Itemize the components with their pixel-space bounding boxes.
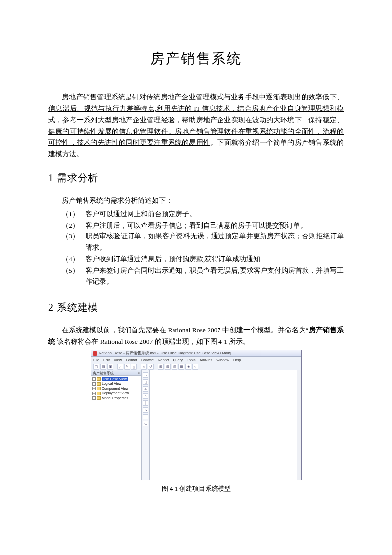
folder-icon [97,396,101,400]
rational-rose-window: Rational Rose - 房产销售系统.mdl - [Use Case D… [91,350,302,480]
section-2-heading: 2 系统建模 [48,301,344,314]
menu-window[interactable]: Window [216,358,229,362]
close-icon[interactable]: × [138,370,140,376]
expand-icon[interactable]: + [92,392,96,395]
toolbar-button[interactable]: ↺ [148,364,154,370]
folder-icon [97,387,101,390]
item-text: 职员审核验证订单，如果客户资料无误，通过预定单并更新房产状态；否则拒绝订单请求。 [86,231,344,254]
list-item: （1） 客户可以通过网上和前台预定房子。 [62,209,344,220]
app-icon [93,351,97,356]
menu-tools[interactable]: Tools [187,358,196,362]
palette-button[interactable]: ▭ [143,372,148,378]
figure-caption: 图 4-1 创建项目系统模型 [91,484,302,493]
tree-item-label: Logical View [102,381,121,386]
tree-header-label: 房产销售系统 [93,370,114,376]
item-number: （3） [62,231,86,254]
tree-item-label: Use Case View [102,377,128,381]
tree-header: 房产销售系统 × [91,370,141,376]
menu-addins[interactable]: Add-Ins [199,358,212,362]
expand-icon[interactable]: + [92,382,96,386]
folder-icon [97,377,101,381]
section-1-heading: 1 需求分析 [48,171,344,185]
toolbar: ▢ ▤ ▣ ⌕ ✎ ⎘ ⎌ ↺ ⊞ ⊟ ◫ ▦ ◈ ? [91,363,301,370]
toolbar-button[interactable]: ▢ [93,364,99,370]
toolbar-button[interactable]: ▤ [100,364,106,370]
list-item: （2） 客户注册后，可以查看房子信息；看到自己满意的房子可以提交预订单。 [62,220,344,231]
item-text: 客户来签订房产合同时出示通知，职员查看无误后,要求客户支付购房首款，并填写工作记… [86,265,344,288]
toolbar-button[interactable]: ◈ [185,364,191,370]
menu-query[interactable]: Query [173,358,182,362]
figure-4-1: Rational Rose - 房产销售系统.mdl - [Use Case D… [91,350,302,493]
item-text: 客户收到订单通过消息后，预付购房款,获得订单成功通知. [86,254,344,265]
tree-item-label: Component View [102,386,128,391]
toolbar-button[interactable]: ⊟ [165,364,171,370]
browser-tree-panel: 房产销售系统 × + Use Case View + [91,370,142,480]
window-title: Rational Rose - 房产销售系统.mdl - [Use Case D… [99,351,231,356]
palette-button[interactable]: ⌷ [143,379,148,385]
menubar[interactable]: File Edit View Format Browse Report Quer… [91,357,301,363]
toolbar-button[interactable]: ▣ [107,364,113,370]
toolbar-button[interactable]: ▦ [178,364,184,370]
item-text: 客户注册后，可以查看房子信息；看到自己满意的房子可以提交预订单。 [86,220,344,231]
menu-format[interactable]: Format [126,358,137,362]
intro-part-b: 该名称将会在 Rational Rose 2007 的顶端出现，如下图 4-1 … [55,338,250,345]
menu-view[interactable]: View [114,358,122,362]
toolbar-button[interactable]: ⎌ [141,364,147,370]
tree-item-logical-view[interactable]: + Logical View [92,381,140,386]
requirements-intro: 房产销售系统的需求分析简述如下： [48,195,344,207]
requirements-list: （1） 客户可以通过网上和前台预定房子。 （2） 客户注册后，可以查看房子信息；… [62,209,344,288]
toolbar-button[interactable]: ⎘ [131,364,137,370]
menu-file[interactable]: File [93,358,99,362]
palette-button[interactable]: ↘ [143,407,148,413]
menu-edit[interactable]: Edit [103,358,110,362]
intro-part-a: 在系统建模以前，我们首先需要在 Rational Rose 2007 中创建一个… [62,326,309,334]
palette-button[interactable]: ⊂ [143,421,148,426]
list-item: （5） 客户来签订房产合同时出示通知，职员查看无误后,要求客户支付购房首款，并填… [62,265,344,288]
toolbar-button[interactable]: ? [192,364,198,370]
menu-report[interactable]: Report [158,358,169,362]
palette-button[interactable]: A [143,386,148,392]
intro-underlined: 房地产销售管理系统是针对传统房地产企业管理模式与业务手段中逐渐表现出的效率低下、… [48,93,344,146]
item-text: 客户可以通过网上和前台预定房子。 [86,209,344,220]
intro-paragraph: 房地产销售管理系统是针对传统房地产企业管理模式与业务手段中逐渐表现出的效率低下、… [48,92,344,160]
list-item: （3） 职员审核验证订单，如果客户资料无误，通过预定单并更新房产状态；否则拒绝订… [62,231,344,254]
tool-palette: ▭ ⌷ A ○ │ ↘ — ⊂ [142,370,150,480]
expand-icon[interactable]: + [92,377,96,381]
item-number: （5） [62,265,86,288]
menu-browse[interactable]: Browse [141,358,154,362]
palette-button[interactable]: ○ [143,393,148,399]
tree-item-label: Model Properties [102,396,128,400]
toolbar-button[interactable]: ✎ [124,364,130,370]
toolbar-button[interactable]: ⊞ [158,364,164,370]
item-number: （4） [62,254,86,265]
tree-item-label: Deployment View [102,391,129,395]
tree-item-model-properties[interactable]: Model Properties [92,396,140,400]
list-item: （4） 客户收到订单通过消息后，预付购房款,获得订单成功通知. [62,254,344,265]
menu-help[interactable]: Help [233,358,241,362]
tree-item-use-case-view[interactable]: + Use Case View [92,377,140,381]
diagram-canvas[interactable] [150,370,301,480]
item-number: （2） [62,220,86,231]
expand-icon[interactable]: + [92,387,96,390]
tree-item-deployment-view[interactable]: + Deployment View [92,391,140,395]
item-number: （1） [62,209,86,220]
tree-item-component-view[interactable]: + Component View [92,386,140,391]
expand-icon[interactable] [92,396,96,400]
document-title: 房产销售系统 [48,49,344,68]
toolbar-button[interactable]: ⌕ [117,364,123,370]
section-2-intro: 在系统建模以前，我们首先需要在 Rational Rose 2007 中创建一个… [48,325,344,348]
palette-button[interactable]: — [143,414,148,419]
toolbar-button[interactable]: ◫ [172,364,177,370]
window-titlebar: Rational Rose - 房产销售系统.mdl - [Use Case D… [91,350,301,357]
palette-button[interactable]: │ [143,400,148,406]
folder-icon [97,392,101,395]
folder-icon [97,382,101,386]
